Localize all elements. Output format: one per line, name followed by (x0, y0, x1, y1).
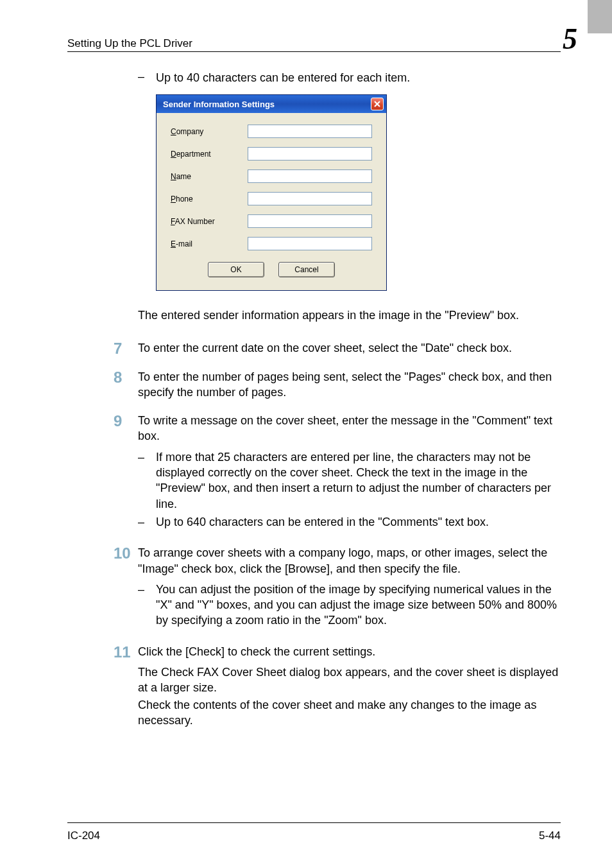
step-7: 7 To enter the current date on the cover… (138, 340, 561, 356)
dialog-title: Sender Information Settings (163, 100, 275, 109)
dialog-button-row: OK Cancel (171, 262, 372, 277)
step-11-body: Click the [Check] to check the current s… (138, 644, 561, 728)
company-input[interactable] (248, 125, 372, 138)
step-11-text: Click the [Check] to check the current s… (138, 645, 375, 658)
chapter-tab (588, 0, 612, 33)
ok-button[interactable]: OK (208, 262, 264, 277)
step-10-bullet-1-text: You can adjust the position of the image… (156, 582, 561, 629)
bullet-dash-icon: – (138, 582, 156, 629)
step-10-body: To arrange cover sheets with a company l… (138, 545, 561, 630)
dialog-titlebar: Sender Information Settings (157, 95, 386, 113)
company-label: Company (171, 127, 248, 136)
step-9-bullet-1: – If more that 25 characters are entered… (138, 449, 561, 512)
close-icon (374, 101, 380, 107)
company-row: Company (171, 125, 372, 138)
step-7-number: 7 (114, 340, 138, 356)
email-label: E-mail (171, 239, 248, 248)
bullet-dash-icon: – (138, 449, 156, 512)
email-input[interactable] (248, 237, 372, 250)
step-9-bullet-1-text: If more that 25 characters are entered p… (156, 449, 561, 512)
close-button[interactable] (371, 98, 384, 110)
step-9-number: 9 (114, 413, 138, 532)
fax-row: FAX Number (171, 214, 372, 228)
department-label: Department (171, 150, 248, 159)
step-10-bullet-1: – You can adjust the position of the ima… (138, 582, 561, 629)
dialog-body: Company Department Name Phone FAX Number (157, 113, 386, 290)
bullet-dash-icon: – (138, 70, 156, 85)
step-9-bullet-2: – Up to 640 characters can be entered in… (138, 514, 561, 530)
step-11-number: 11 (114, 644, 138, 728)
name-row: Name (171, 169, 372, 183)
step-8-number: 8 (114, 369, 138, 401)
footer-left: IC-204 (67, 829, 100, 842)
department-row: Department (171, 147, 372, 161)
step-11-follow-1: The Check FAX Cover Sheet dialog box app… (138, 664, 561, 696)
step-10-text: To arrange cover sheets with a company l… (138, 546, 547, 575)
fax-input[interactable] (248, 214, 372, 228)
step-9-bullet-2-text: Up to 640 characters can be entered in t… (156, 514, 489, 530)
intro-bullet-text: Up to 40 characters can be entered for e… (156, 70, 410, 85)
name-label: Name (171, 172, 248, 181)
chapter-indicator: 5 (540, 24, 571, 50)
page-header: Setting Up the PCL Driver 5 (67, 24, 561, 52)
step-7-text: To enter the current date on the cover s… (138, 340, 561, 356)
email-row: E-mail (171, 237, 372, 250)
sender-info-dialog: Sender Information Settings Company Depa… (156, 94, 387, 291)
department-input[interactable] (248, 147, 372, 161)
step-9: 9 To write a message on the cover sheet,… (138, 413, 561, 532)
after-dialog-paragraph: The entered sender information appears i… (138, 308, 561, 323)
bullet-dash-icon: – (138, 514, 156, 530)
cancel-button[interactable]: Cancel (278, 262, 335, 277)
chapter-number: 5 (563, 24, 577, 54)
phone-row: Phone (171, 192, 372, 205)
phone-label: Phone (171, 195, 248, 204)
page-footer: IC-204 5-44 (67, 822, 561, 842)
fax-label: FAX Number (171, 217, 248, 226)
name-input[interactable] (248, 169, 372, 183)
footer-right: 5-44 (539, 829, 561, 842)
step-11: 11 Click the [Check] to check the curren… (138, 644, 561, 728)
phone-input[interactable] (248, 192, 372, 205)
step-10: 10 To arrange cover sheets with a compan… (138, 545, 561, 630)
step-11-follow-2: Check the contents of the cover sheet an… (138, 697, 561, 729)
step-9-text: To write a message on the cover sheet, e… (138, 414, 552, 442)
step-8: 8 To enter the number of pages being sen… (138, 369, 561, 401)
step-9-body: To write a message on the cover sheet, e… (138, 413, 561, 532)
header-title: Setting Up the PCL Driver (67, 37, 192, 50)
intro-bullet: – Up to 40 characters can be entered for… (138, 70, 561, 85)
step-8-text: To enter the number of pages being sent,… (138, 369, 561, 401)
step-10-number: 10 (114, 545, 138, 630)
